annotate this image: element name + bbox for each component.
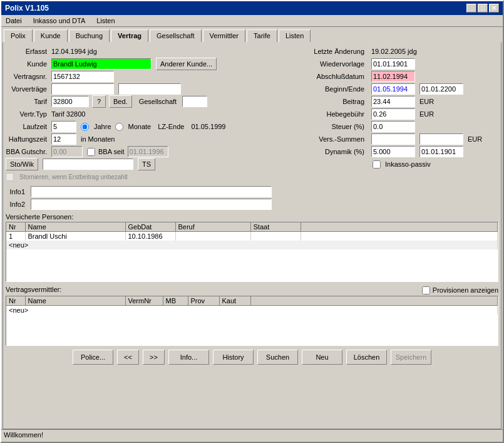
provisionen-checkbox[interactable] [422, 286, 430, 294]
sto-wik-input[interactable] [43, 159, 133, 170]
row-staat [250, 232, 301, 241]
kunde-label: Kunde [6, 60, 49, 68]
tab-vermittler[interactable]: Vermittler [203, 29, 245, 42]
row-nr: 1 [6, 232, 25, 241]
stornieren-label: Stornieren, wenn Erstbeitrag unbezahlt [19, 174, 128, 180]
kunde-row: Kunde Anderer Kunde... [6, 58, 299, 70]
info-section: Info1 Info2 [6, 185, 498, 211]
vertragsnr-row: Vertragsnr. [6, 70, 299, 83]
beginn-input[interactable] [371, 83, 415, 95]
tab-gesellschaft[interactable]: Gesellschaft [150, 29, 202, 42]
history-button[interactable]: History [213, 350, 254, 365]
menu-datei[interactable]: Datei [4, 16, 24, 25]
maximize-button[interactable]: □ [478, 4, 488, 13]
content-area: Erfasst 12.04.1994 jdg Kunde Anderer Kun… [3, 42, 501, 429]
haftungszeit-input[interactable] [51, 133, 76, 145]
dynamik-row: Dynamik (%) [304, 145, 498, 158]
provisionen-row: Vertragsvermittler: Provisionen anzeigen [6, 286, 498, 294]
tab-vertrag[interactable]: Vertrag [111, 29, 148, 42]
ende-input[interactable] [419, 83, 463, 95]
vertragsnr-input[interactable] [51, 71, 114, 82]
vers-summen-input[interactable] [371, 133, 415, 145]
row-extra [301, 232, 498, 241]
gesellschaft-label: Gesellschaft [139, 98, 180, 105]
next-button[interactable]: >> [143, 350, 165, 365]
info1-input[interactable] [31, 186, 272, 197]
prev-button[interactable]: << [117, 350, 139, 365]
table-row[interactable]: 1 Brandl Uschi 10.10.1986 [6, 232, 498, 241]
erfasst-value: 12.04.1994 jdg [51, 48, 97, 55]
verm-col-extra [250, 296, 498, 306]
row-name: Brandl Uschi [25, 232, 125, 241]
table-row-new[interactable]: <neu> [6, 241, 498, 249]
vers-summen-currency: EUR [468, 135, 482, 143]
menu-inkasso[interactable]: Inkasso und DTA [31, 16, 88, 25]
tab-buchung[interactable]: Buchung [69, 29, 110, 42]
bba-checkbox[interactable] [87, 148, 95, 156]
inkasso-passiv-row: Inkasso-passiv [304, 158, 498, 170]
sto-wik-button[interactable]: Sto/Wik [6, 158, 38, 170]
versicherte-col-gebdat: GebDat [125, 222, 175, 232]
steuer-input[interactable] [371, 121, 415, 132]
erfasst-label: Erfasst [6, 48, 49, 55]
vermittler-section: Vertragsvermittler: Provisionen anzeigen… [6, 286, 498, 346]
police-button[interactable]: Police... [73, 350, 113, 365]
vertragsnr-label: Vertragsnr. [6, 73, 49, 80]
anderer-kunde-button[interactable]: Anderer Kunde... [156, 58, 217, 70]
info-button[interactable]: Info... [168, 350, 209, 365]
abschlussdatum-input[interactable] [371, 71, 415, 82]
vorvertrage-input1[interactable] [51, 83, 114, 95]
steuer-row: Steuer (%) [304, 120, 498, 133]
gesellschaft-input[interactable] [182, 96, 207, 107]
row-gebdat: 10.10.1986 [125, 232, 175, 241]
speichern-button[interactable]: Speichern [391, 350, 431, 365]
status-bar: Willkommen! [1, 429, 503, 442]
minimize-button[interactable]: _ [466, 4, 476, 13]
letzte-aenderung-value: 19.02.2005 jdg [371, 48, 417, 55]
vers-summen-input2[interactable] [419, 133, 463, 145]
dynamik-input[interactable] [371, 146, 415, 157]
vers-summen-label: Vers.-Summen [304, 135, 367, 143]
title-bar: Polix V1.105 _ □ ✕ [1, 1, 503, 15]
tarif-bed-button[interactable]: Bed. [109, 95, 132, 108]
tarif-input[interactable] [51, 96, 89, 107]
hebegebuhr-input[interactable] [371, 108, 415, 120]
laufzeit-monate-radio[interactable] [115, 123, 123, 131]
bottom-buttons: Police... << >> Info... History Suchen N… [6, 346, 498, 368]
tab-polix[interactable]: Polix [4, 29, 33, 42]
dynamik-date-input[interactable] [419, 146, 463, 157]
vorvertrage-input2[interactable] [118, 83, 181, 95]
lz-ende-value: 01.05.1999 [191, 123, 225, 130]
versicherte-table-container: Nr Name GebDat Beruf Staat 1 Brandl Usch… [6, 222, 498, 282]
laufzeit-input[interactable] [51, 121, 76, 132]
neu-button[interactable]: Neu [302, 350, 342, 365]
tab-listen[interactable]: Listen [279, 29, 311, 42]
laufzeit-jahre-radio[interactable] [81, 123, 89, 131]
ts-button[interactable]: TS [138, 158, 155, 170]
wiedervorlage-input[interactable] [371, 58, 415, 70]
vermittler-table: Nr Name VermNr MB Prov Kaut <neu> [6, 296, 498, 315]
info2-input[interactable] [31, 199, 272, 210]
vers-summen-row: Vers.-Summen EUR [304, 133, 498, 145]
beitrag-currency: EUR [419, 98, 434, 105]
menu-listen[interactable]: Listen [95, 16, 116, 25]
haftungszeit-label: Haftungszeit [6, 135, 49, 143]
info1-row: Info1 [6, 185, 498, 198]
close-button[interactable]: ✕ [489, 4, 499, 13]
beitrag-input[interactable] [371, 96, 415, 107]
stornieren-row: Stornieren, wenn Erstbeitrag unbezahlt [6, 170, 299, 183]
wiedervorlage-row: Wiedervorlage [304, 58, 498, 70]
kunde-input[interactable] [51, 58, 152, 70]
beginn-ende-row: Beginn/Ende [304, 83, 498, 95]
loschen-button[interactable]: Löschen [346, 350, 387, 365]
provisionen-container: Provisionen anzeigen [421, 286, 498, 294]
vertr-typ-label: Vertr.Typ [6, 110, 49, 118]
tarif-label: Tarif [6, 98, 49, 105]
tarif-q-button[interactable]: ? [92, 95, 106, 108]
suchen-button[interactable]: Suchen [257, 350, 298, 365]
inkasso-passiv-checkbox[interactable] [373, 160, 381, 169]
tab-tarife[interactable]: Tarife [247, 29, 277, 42]
verm-table-row-new[interactable]: <neu> [6, 306, 498, 315]
verm-col-prov: Prov [188, 296, 219, 306]
tab-kunde[interactable]: Kunde [34, 29, 68, 42]
